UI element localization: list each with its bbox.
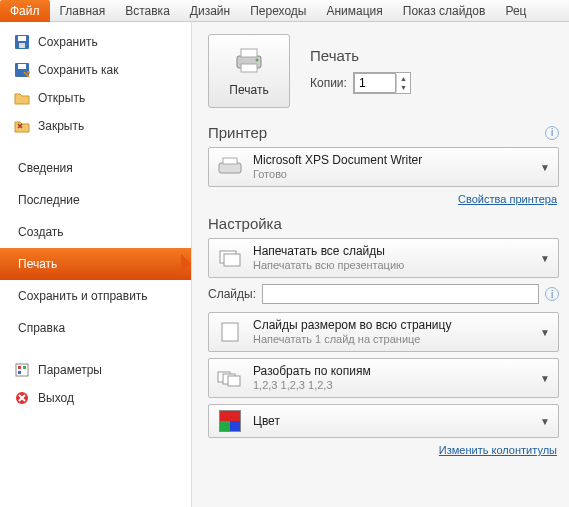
svg-rect-15 [223, 158, 237, 164]
sidebar-exit[interactable]: Выход [0, 384, 191, 412]
folder-open-icon [14, 90, 30, 106]
copies-input[interactable] [354, 73, 396, 93]
svg-rect-5 [16, 364, 28, 376]
svg-rect-2 [19, 43, 25, 48]
chevron-down-icon: ▼ [540, 416, 550, 427]
chevron-down-icon: ▼ [540, 162, 550, 173]
svg-rect-17 [224, 254, 240, 266]
dropdown-title: Слайды размером во всю страницу [253, 318, 530, 332]
printer-properties-link[interactable]: Свойства принтера [208, 193, 557, 205]
backstage-sidebar: Сохранить Сохранить как Открыть Закрыть … [0, 22, 192, 507]
spinner-down-icon[interactable]: ▼ [397, 83, 410, 92]
print-heading: Печать [310, 47, 411, 64]
sidebar-print[interactable]: Печать [0, 248, 191, 280]
svg-rect-6 [18, 366, 21, 369]
sidebar-label: Параметры [38, 363, 102, 377]
tab-animation[interactable]: Анимация [316, 0, 392, 22]
sidebar-help[interactable]: Справка [0, 312, 191, 344]
sidebar-label: Открыть [38, 91, 85, 105]
sidebar-label: Сохранить как [38, 63, 118, 77]
print-button[interactable]: Печать [208, 34, 290, 108]
printer-status: Готово [253, 167, 530, 181]
chevron-down-icon: ▼ [540, 327, 550, 338]
sidebar-label: Создать [18, 225, 64, 239]
page-full-icon [217, 319, 243, 345]
save-as-icon [14, 62, 30, 78]
print-button-label: Печать [229, 83, 268, 97]
save-icon [14, 34, 30, 50]
svg-rect-7 [23, 366, 26, 369]
copies-spinner[interactable]: ▲▼ [353, 72, 411, 94]
dropdown-sub: 1,2,3 1,2,3 1,2,3 [253, 378, 530, 392]
sidebar-label: Последние [18, 193, 80, 207]
slides-label: Слайды: [208, 287, 256, 301]
tab-design[interactable]: Дизайн [180, 0, 240, 22]
printer-heading: Принтер [208, 124, 267, 141]
edit-headers-link[interactable]: Изменить колонтитулы [208, 444, 557, 456]
printer-device-icon [217, 154, 243, 180]
svg-point-13 [256, 58, 259, 61]
sidebar-share[interactable]: Сохранить и отправить [0, 280, 191, 312]
settings-heading: Настройка [208, 215, 282, 232]
options-icon [14, 362, 30, 378]
sidebar-label: Закрыть [38, 119, 84, 133]
close-folder-icon [14, 118, 30, 134]
sidebar-label: Справка [18, 321, 65, 335]
exit-icon [14, 390, 30, 406]
tab-home[interactable]: Главная [50, 0, 116, 22]
printer-icon [232, 46, 266, 79]
spinner-up-icon[interactable]: ▲ [397, 74, 410, 83]
svg-rect-1 [18, 36, 26, 41]
chevron-down-icon: ▼ [540, 373, 550, 384]
svg-rect-8 [18, 371, 21, 374]
chevron-down-icon: ▼ [540, 253, 550, 264]
collate-dropdown[interactable]: Разобрать по копиям 1,2,3 1,2,3 1,2,3 ▼ [208, 358, 559, 398]
sidebar-save-as[interactable]: Сохранить как [0, 56, 191, 84]
dropdown-sub: Напечатать всю презентацию [253, 258, 530, 272]
sidebar-open[interactable]: Открыть [0, 84, 191, 112]
svg-rect-18 [222, 323, 238, 341]
svg-rect-11 [241, 49, 257, 57]
color-icon [217, 408, 243, 434]
sidebar-recent[interactable]: Последние [0, 184, 191, 216]
dropdown-title: Цвет [253, 414, 530, 428]
print-range-dropdown[interactable]: Напечатать все слайды Напечатать всю пре… [208, 238, 559, 278]
tab-review[interactable]: Рец [495, 0, 536, 22]
info-icon[interactable]: i [545, 287, 559, 301]
copies-label: Копии: [310, 76, 347, 90]
svg-rect-21 [228, 376, 240, 386]
layout-dropdown[interactable]: Слайды размером во всю страницу Напечата… [208, 312, 559, 352]
svg-rect-12 [241, 64, 257, 72]
sidebar-label: Сохранить и отправить [18, 289, 148, 303]
sidebar-label: Сведения [18, 161, 73, 175]
sidebar-close[interactable]: Закрыть [0, 112, 191, 140]
info-icon[interactable]: i [545, 126, 559, 140]
sidebar-info[interactable]: Сведения [0, 152, 191, 184]
tab-slideshow[interactable]: Показ слайдов [393, 0, 496, 22]
slides-stack-icon [217, 245, 243, 271]
color-dropdown[interactable]: Цвет ▼ [208, 404, 559, 438]
tab-transitions[interactable]: Переходы [240, 0, 316, 22]
sidebar-label: Печать [18, 257, 57, 271]
sidebar-options[interactable]: Параметры [0, 356, 191, 384]
svg-rect-4 [18, 64, 26, 69]
dropdown-title: Разобрать по копиям [253, 364, 530, 378]
sidebar-label: Выход [38, 391, 74, 405]
printer-name: Microsoft XPS Document Writer [253, 153, 530, 167]
collate-icon [217, 365, 243, 391]
dropdown-title: Напечатать все слайды [253, 244, 530, 258]
dropdown-sub: Напечатать 1 слайд на странице [253, 332, 530, 346]
sidebar-new[interactable]: Создать [0, 216, 191, 248]
tab-insert[interactable]: Вставка [115, 0, 180, 22]
ribbon-tabs: Файл Главная Вставка Дизайн Переходы Ани… [0, 0, 569, 22]
sidebar-label: Сохранить [38, 35, 98, 49]
print-panel: Печать Печать Копии: ▲▼ Принтер i Micros… [192, 22, 569, 507]
tab-file[interactable]: Файл [0, 0, 50, 22]
slides-input[interactable] [262, 284, 539, 304]
sidebar-save[interactable]: Сохранить [0, 28, 191, 56]
printer-dropdown[interactable]: Microsoft XPS Document Writer Готово ▼ [208, 147, 559, 187]
